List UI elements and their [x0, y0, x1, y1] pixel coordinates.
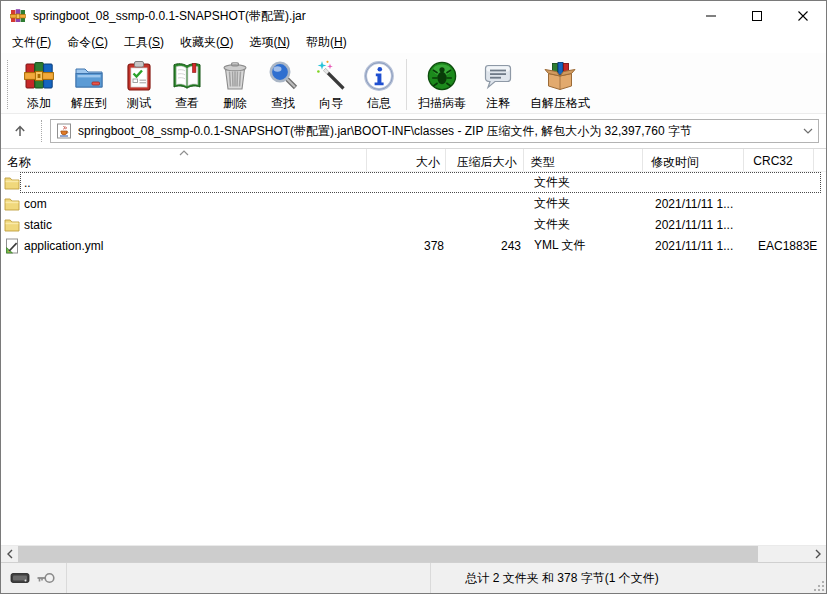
scroll-right-button[interactable] [809, 546, 826, 562]
sort-ascending-icon [179, 150, 189, 156]
delete-icon [219, 60, 251, 92]
up-arrow-icon [12, 123, 28, 139]
table-row-static[interactable]: static 文件夹 2021/11/11 1... [1, 214, 826, 235]
address-combobox[interactable]: springboot_08_ssmp-0.0.1-SNAPSHOT(带配置).j… [50, 119, 819, 143]
statusbar-icons [1, 563, 67, 593]
addressbar-grip[interactable] [41, 120, 44, 142]
toolbar-button-test[interactable]: 测试 [115, 56, 163, 113]
yml-icon [4, 238, 20, 254]
menu-item[interactable]: 选项(N) [241, 31, 298, 54]
close-icon [798, 11, 808, 21]
scrollbar-track[interactable] [758, 546, 809, 562]
horizontal-scrollbar[interactable] [1, 545, 826, 562]
column-header-filler [814, 149, 826, 171]
maximize-button[interactable] [734, 1, 780, 31]
titlebar[interactable]: springboot_08_ssmp-0.0.1-SNAPSHOT(带配置).j… [1, 1, 826, 31]
toolbar-separator [406, 59, 407, 110]
toolbar-button-label: 扫描病毒 [418, 95, 466, 112]
menu-item[interactable]: 命令(C) [59, 31, 116, 54]
menu-item[interactable]: 文件(F) [4, 31, 59, 54]
scroll-left-button[interactable] [1, 546, 18, 562]
toolbar-button-view[interactable]: 查看 [163, 56, 211, 113]
archive-path: springboot_08_ssmp-0.0.1-SNAPSHOT(带配置).j… [78, 123, 799, 140]
toolbar-button-label: 添加 [27, 95, 51, 112]
comment-icon [482, 60, 514, 92]
up-button[interactable] [7, 118, 33, 144]
scrollbar-thumb[interactable] [18, 546, 758, 562]
folder-icon [4, 175, 20, 191]
view-icon [171, 60, 203, 92]
file-list: .. 文件夹 com 文件夹 2021/11/11 1... [1, 172, 826, 545]
column-header-modified[interactable]: 修改时间 [643, 149, 744, 171]
window-title: springboot_08_ssmp-0.0.1-SNAPSHOT(带配置).j… [33, 8, 306, 25]
toolbar-button-info[interactable]: 信息 [355, 56, 403, 113]
resize-grip-icon[interactable] [812, 579, 825, 592]
statusbar: 总计 2 文件夹 和 378 字节(1 个文件) [1, 562, 826, 593]
minimize-button[interactable] [688, 1, 734, 31]
maximize-icon [752, 11, 762, 21]
addressbar: springboot_08_ssmp-0.0.1-SNAPSHOT(带配置).j… [1, 114, 826, 149]
chevron-right-icon [815, 549, 821, 559]
statusbar-total: 总计 2 文件夹 和 378 字节(1 个文件) [431, 570, 693, 587]
file-type: 文件夹 [527, 174, 647, 191]
jar-file-icon [56, 123, 72, 139]
chevron-down-icon [803, 128, 813, 134]
toolbar-grip[interactable] [7, 60, 10, 109]
toolbar-button-label: 注释 [486, 95, 510, 112]
file-name: com [24, 197, 47, 211]
toolbar-button-sfx[interactable]: 自解压格式 [522, 56, 598, 113]
close-button[interactable] [780, 1, 826, 31]
toolbar-button-delete[interactable]: 删除 [211, 56, 259, 113]
sfx-icon [544, 60, 576, 92]
menu-item[interactable]: 工具(S) [116, 31, 172, 54]
toolbar-button-add[interactable]: 添加 [15, 56, 63, 113]
window-controls [688, 1, 826, 31]
toolbar-button-find[interactable]: 查找 [259, 56, 307, 113]
statusbar-right [693, 563, 826, 593]
extract-icon [73, 60, 105, 92]
toolbar-button-label: 自解压格式 [530, 95, 590, 112]
virus-icon [426, 60, 458, 92]
chevron-left-icon [7, 549, 13, 559]
column-header-packed[interactable]: 压缩后大小 [446, 149, 524, 171]
column-header-size[interactable]: 大小 [367, 149, 447, 171]
menubar: 文件(F) 命令(C) 工具(S) 收藏夹(O) 选项(N) 帮助(H) [1, 31, 826, 53]
toolbar-button-label: 信息 [367, 95, 391, 112]
drive-icon[interactable] [10, 571, 30, 585]
find-icon [267, 60, 299, 92]
winrar-window: springboot_08_ssmp-0.0.1-SNAPSHOT(带配置).j… [0, 0, 827, 594]
file-size: 378 [369, 239, 449, 253]
toolbar-button-extract-to[interactable]: 解压到 [63, 56, 115, 113]
menu-item[interactable]: 收藏夹(O) [172, 31, 241, 54]
toolbar-button-wizard[interactable]: 向导 [307, 56, 355, 113]
wizard-icon [315, 60, 347, 92]
folder-icon [4, 196, 20, 212]
column-header-type[interactable]: 类型 [524, 149, 643, 171]
file-type: YML 文件 [527, 237, 647, 254]
file-packed-size: 243 [449, 239, 527, 253]
file-crc32: EAC1883E [749, 239, 819, 253]
toolbar-button-label: 查看 [175, 95, 199, 112]
menu-item[interactable]: 帮助(H) [298, 31, 355, 54]
minimize-icon [706, 11, 716, 21]
toolbar-button-label: 查找 [271, 95, 295, 112]
address-dropdown-button[interactable] [803, 128, 813, 134]
toolbar-button-label: 删除 [223, 95, 247, 112]
column-header-crc32[interactable]: CRC32 [744, 149, 814, 171]
file-modified: 2021/11/11 1... [647, 218, 749, 232]
toolbar-button-virus-scan[interactable]: 扫描病毒 [410, 56, 474, 113]
toolbar-button-comment[interactable]: 注释 [474, 56, 522, 113]
test-icon [123, 60, 155, 92]
key-icon[interactable] [36, 571, 56, 585]
file-modified: 2021/11/11 1... [647, 239, 749, 253]
file-modified: 2021/11/11 1... [647, 197, 749, 211]
file-name: static [24, 218, 52, 232]
statusbar-spacer [67, 563, 431, 593]
file-name: .. [24, 176, 31, 190]
table-row-application.yml[interactable]: application.yml 378 243 YML 文件 2021/11/1… [1, 235, 826, 256]
file-type: 文件夹 [527, 195, 647, 212]
table-row-com[interactable]: com 文件夹 2021/11/11 1... [1, 193, 826, 214]
table-row-..[interactable]: .. 文件夹 [1, 172, 826, 193]
toolbar-button-label: 测试 [127, 95, 151, 112]
file-type: 文件夹 [527, 216, 647, 233]
